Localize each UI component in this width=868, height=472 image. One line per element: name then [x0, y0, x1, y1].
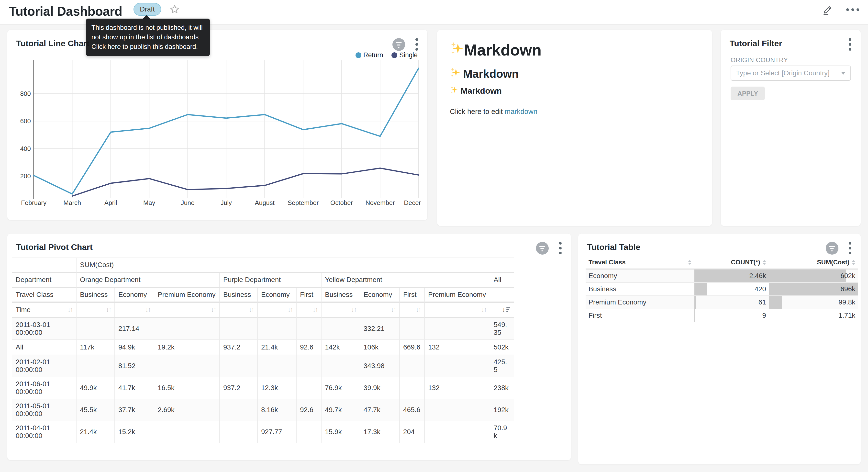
pivot-sort-cell: ↓↑ [400, 303, 425, 318]
pivot-sort-cell: ↓↑ [360, 303, 400, 318]
y-axis-tick-label: 400 [20, 145, 31, 152]
pivot-chart-title: Tutorial Pivot Chart [16, 242, 93, 252]
pivot-travel-class-header: Economy [115, 288, 154, 303]
return-series-dot [355, 52, 361, 58]
sort-arrows-icon[interactable]: ↓↑ [211, 306, 216, 314]
value-bar [769, 309, 769, 322]
single-series-line[interactable] [72, 168, 418, 196]
markdown-paragraph: Click here to edit markdown [450, 108, 537, 116]
chart-kebab-menu-icon[interactable] [413, 37, 420, 52]
pivot-cell: 76.9k [321, 377, 360, 399]
table-column-header[interactable]: SUM(Cost) [769, 256, 858, 269]
sort-arrows-icon[interactable]: ↓↑ [481, 306, 486, 314]
tooltip-arrow [143, 15, 150, 19]
sort-arrows-icon[interactable]: ↓↑ [391, 306, 396, 314]
pivot-cell: 332.21 [360, 318, 400, 340]
sort-arrows-icon[interactable]: ↓↑ [416, 306, 421, 314]
pivot-cell: 19.2k [154, 340, 220, 355]
sort-arrows-icon[interactable]: ↓↑ [287, 306, 293, 314]
line-chart-panel: Tutorial Line Chart Return Single 200400… [7, 30, 427, 220]
pivot-cell [220, 421, 258, 443]
filter-kebab-menu-icon[interactable] [847, 37, 853, 52]
pivot-data-row: 2011-04-01 00:00:0021.4k15.2k927.7715.9k… [12, 421, 514, 443]
pivot-department-header: Purple Department [220, 273, 321, 288]
pivot-data-row: 2011-05-01 00:00:0045.5k37.7k2.69k8.16k9… [12, 399, 514, 421]
pivot-travel-class-header: Economy [258, 288, 297, 303]
pivot-row-label: All [12, 340, 76, 355]
sort-caret-icon[interactable] [763, 260, 766, 265]
pivot-cell [400, 318, 425, 340]
pivot-row-label: 2011-05-01 00:00:00 [12, 399, 76, 421]
pivot-cell: 192k [490, 399, 514, 421]
sort-arrows-icon[interactable]: ↓↑ [312, 306, 318, 314]
edit-dashboard-icon[interactable] [822, 3, 834, 16]
dashboard-more-menu-icon[interactable] [846, 3, 859, 16]
legend-item-single[interactable]: Single [392, 51, 417, 59]
sort-arrows-icon[interactable]: ↓↑ [145, 306, 150, 314]
value-bar [694, 283, 707, 295]
pivot-cell: 425.5 [490, 355, 514, 377]
chart-kebab-menu-icon[interactable] [847, 241, 853, 255]
sort-descending-icon[interactable]: ↓ [502, 306, 510, 314]
pivot-cell [297, 377, 321, 399]
sort-caret-icon[interactable] [688, 260, 691, 265]
pivot-cell: 343.98 [360, 355, 400, 377]
pivot-sort-cell: ↓↑ [425, 303, 490, 318]
pivot-cell: 204 [400, 421, 425, 443]
pivot-cell [297, 355, 321, 377]
markdown-edit-link[interactable]: markdown [505, 108, 537, 115]
sort-caret-icon[interactable] [852, 260, 855, 265]
count-cell: 2.46k [694, 269, 769, 283]
pivot-corner-cell [12, 258, 76, 273]
sort-arrows-icon[interactable]: ↓↑ [249, 306, 254, 314]
pivot-cell: 21.4k [258, 340, 297, 355]
pivot-data-row: 2011-02-01 00:00:0081.52343.98425.5 [12, 355, 514, 377]
table-column-header[interactable]: Travel Class [586, 256, 694, 269]
pivot-cell [425, 399, 490, 421]
pivot-cell: 142k [321, 340, 360, 355]
apply-button[interactable]: APPLY [731, 87, 765, 100]
markdown-h3-text: Markdown [461, 86, 502, 96]
origin-country-select[interactable]: Type or Select [Origin Country] [731, 65, 851, 81]
pivot-sort-cell: ↓↑ [115, 303, 154, 318]
sort-arrows-icon[interactable]: ↓↑ [106, 306, 111, 314]
data-table: Travel ClassCOUNT(*)SUM(Cost)Economy2.46… [586, 256, 858, 322]
pivot-data-row: All117k94.9k19.2k937.221.4k92.6142k106k6… [12, 340, 514, 355]
table-panel-title: Tutorial Table [587, 242, 640, 252]
filter-indicator-icon[interactable] [826, 242, 838, 255]
pivot-row-label: 2011-06-01 00:00:00 [12, 377, 76, 399]
markdown-h1-text: Markdown [464, 41, 541, 59]
filter-indicator-icon[interactable] [536, 242, 549, 255]
pivot-department-header: Yellow Department [321, 273, 490, 288]
sort-arrows-icon[interactable]: ↓↑ [351, 306, 356, 314]
pivot-cell: 937.2 [220, 377, 258, 399]
pivot-cell: 49.7k [321, 399, 360, 421]
filter-indicator-icon[interactable] [393, 38, 405, 51]
pivot-travel-class-header: First [400, 288, 425, 303]
x-axis-month-label: October [330, 199, 353, 206]
sort-arrows-icon[interactable]: ↓↑ [67, 306, 73, 314]
pivot-cell: 81.52 [115, 355, 154, 377]
chevron-down-icon [841, 72, 845, 75]
table-row: First91.71k [586, 309, 858, 322]
y-axis-tick-label: 200 [20, 172, 31, 180]
pivot-cell [425, 318, 490, 340]
table-column-header[interactable]: COUNT(*) [694, 256, 769, 269]
pivot-cell [76, 355, 115, 377]
favorite-star-icon[interactable] [169, 4, 180, 15]
draft-badge[interactable]: Draft [133, 3, 161, 16]
tooltip-text: This dashboard is not published, it will… [91, 24, 203, 50]
pivot-cell: 927.77 [258, 421, 297, 443]
pivot-sort-cell: ↓↑ [297, 303, 321, 318]
pivot-cell: 94.9k [115, 340, 154, 355]
x-axis-month-label: September [287, 199, 319, 206]
table-row: Economy2.46k602k [586, 269, 858, 283]
line-chart-plot[interactable]: 200400600800FebruaryMarchAprilMayJuneJul… [7, 59, 421, 220]
pivot-cell [154, 318, 220, 340]
chart-kebab-menu-icon[interactable] [557, 241, 564, 255]
pivot-cell: 16.5k [154, 377, 220, 399]
markdown-panel: Markdown Markdown Markdown Click here to… [437, 30, 712, 226]
legend-item-return[interactable]: Return [355, 51, 383, 59]
y-axis-tick-label: 800 [20, 90, 31, 97]
legend-single-label: Single [399, 51, 417, 59]
